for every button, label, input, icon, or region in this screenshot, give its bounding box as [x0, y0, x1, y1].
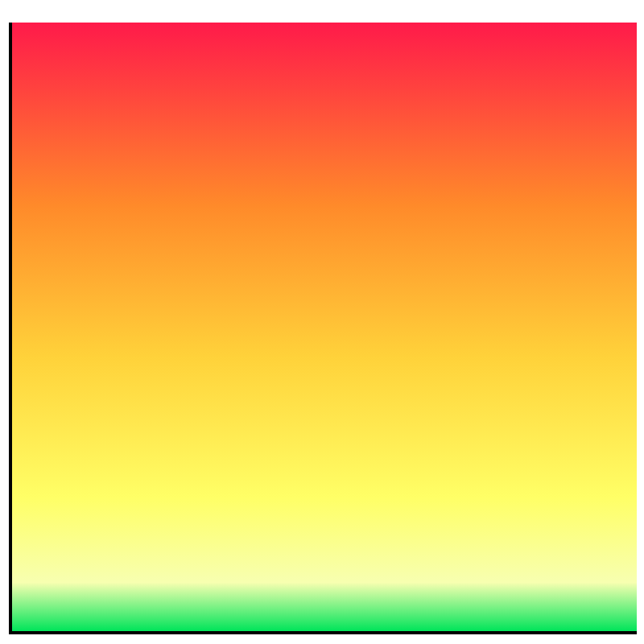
chart-container	[0, 0, 644, 644]
gradient-background	[10, 23, 637, 631]
chart-svg	[7, 23, 637, 644]
chart-plot-area	[7, 23, 637, 644]
